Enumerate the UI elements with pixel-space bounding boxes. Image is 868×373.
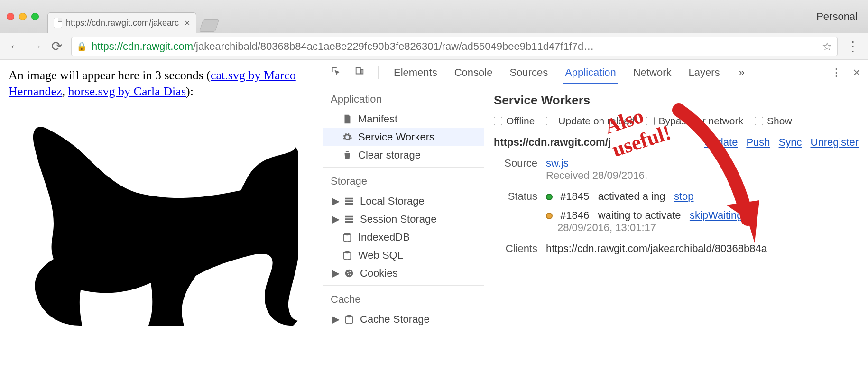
opt-label: Bypass for network: [658, 115, 743, 127]
clients-url: https://cdn.rawgit.com/jakearchibald/803…: [546, 242, 859, 255]
status-row-waiting: #1846 waiting to activate skipWaiting 28…: [546, 209, 859, 234]
opt-label: Offline: [506, 115, 535, 127]
sidebar-item-manifest[interactable]: Manifest: [323, 110, 484, 128]
sidebar-item-label: Clear storage: [358, 149, 421, 161]
checkbox-show[interactable]: [755, 117, 763, 125]
gear-icon: [342, 132, 352, 142]
db-icon: [342, 250, 352, 261]
status-text: activated a ing: [598, 190, 665, 202]
db-icon: [342, 232, 352, 242]
opt-update-on-reload[interactable]: Update on reload: [546, 115, 635, 127]
checkbox-bypass[interactable]: [646, 117, 655, 125]
bookmark-star-icon[interactable]: ☆: [822, 40, 832, 53]
tab-network[interactable]: Network: [631, 61, 674, 84]
sidebar-item-local-storage[interactable]: ▶ Local Storage: [323, 192, 484, 210]
profile-label[interactable]: Personal: [816, 10, 858, 23]
minimize-window-button[interactable]: [19, 13, 27, 20]
device-toggle-icon[interactable]: [354, 66, 365, 79]
db-icon: [344, 314, 354, 325]
svg-point-0: [344, 233, 351, 236]
new-tab-button[interactable]: [199, 19, 219, 32]
status-text: waiting to activate: [598, 209, 681, 221]
forward-button[interactable]: →: [29, 39, 42, 54]
reload-button[interactable]: ⟳: [50, 38, 63, 54]
url-host: ://cdn.rawgit.com: [114, 40, 193, 52]
traffic-lights: [7, 13, 39, 20]
tab-elements[interactable]: Elements: [392, 61, 439, 84]
sidebar-item-web-sql[interactable]: Web SQL: [323, 246, 484, 264]
chevron-right-icon: ▶: [332, 195, 338, 207]
sidebar-item-indexeddb[interactable]: IndexedDB: [323, 228, 484, 246]
label-clients: Clients: [494, 242, 546, 255]
devtools-menu-icon[interactable]: ⋮: [831, 66, 841, 79]
link-unregister[interactable]: Unregister: [811, 136, 859, 149]
tab-overflow-icon[interactable]: »: [737, 61, 747, 84]
devtools-close-icon[interactable]: ×: [853, 65, 860, 80]
chevron-right-icon: ▶: [332, 313, 338, 326]
url-input[interactable]: 🔒 https://cdn.rawgit.com/jakearchibald/8…: [71, 37, 838, 56]
link-push[interactable]: Push: [746, 136, 770, 149]
svg-point-5: [350, 274, 351, 275]
svg-point-4: [350, 271, 351, 272]
tab-application[interactable]: Application: [563, 61, 618, 84]
page-text: An image will appear here in 3 seconds (…: [9, 67, 314, 100]
svg-point-3: [347, 272, 348, 273]
tab-close-icon[interactable]: ×: [185, 18, 190, 28]
devtools-panel: Elements Console Sources Application Net…: [323, 60, 868, 373]
tab-layers[interactable]: Layers: [686, 61, 721, 84]
sidebar-group-cache: Cache: [323, 286, 484, 310]
link-stop[interactable]: stop: [674, 190, 694, 202]
browser-menu-icon[interactable]: ⋮: [846, 38, 859, 54]
link-horse-svg[interactable]: horse.svg by Carla Dias: [68, 84, 186, 98]
svg-point-7: [346, 315, 353, 318]
sw-options: Offline Update on reload Bypass for netw…: [494, 115, 859, 127]
sidebar-item-label: Web SQL: [358, 249, 403, 261]
browser-tab[interactable]: https://cdn.rawgit.com/jakearc ×: [47, 12, 196, 33]
tab-console[interactable]: Console: [452, 61, 495, 84]
link-update[interactable]: Update: [704, 136, 738, 149]
sidebar-item-label: IndexedDB: [358, 231, 410, 243]
sw-action-links: Update Push Sync Unregister: [704, 136, 859, 149]
label-source: Source: [494, 157, 546, 182]
sidebar-item-label: Manifest: [358, 113, 397, 125]
status-row-active: #1845 activated a ing stop: [546, 190, 859, 203]
status-timestamp: 28/09/2016, 13:01:17: [557, 222, 859, 234]
grid-icon: [344, 214, 354, 224]
opt-show-all[interactable]: Show: [755, 115, 792, 127]
address-bar: ← → ⟳ 🔒 https://cdn.rawgit.com/jakearchi…: [0, 33, 868, 60]
sidebar-item-service-workers[interactable]: Service Workers: [323, 128, 484, 146]
page-text-suffix: ):: [186, 84, 194, 98]
sidebar-group-storage: Storage: [323, 168, 484, 192]
back-button[interactable]: ←: [9, 39, 21, 54]
link-sync[interactable]: Sync: [779, 136, 802, 149]
opt-label: Update on reload: [558, 115, 635, 127]
sidebar-item-session-storage[interactable]: ▶ Session Storage: [323, 210, 484, 228]
close-window-button[interactable]: [7, 13, 14, 20]
sidebar-item-cache-storage[interactable]: ▶ Cache Storage: [323, 310, 484, 328]
lock-icon: 🔒: [76, 41, 87, 52]
cookie-icon: [344, 268, 354, 279]
fullscreen-window-button[interactable]: [31, 13, 39, 20]
opt-offline[interactable]: Offline: [494, 115, 535, 127]
status-dot-waiting-icon: [546, 213, 553, 219]
svg-point-1: [344, 251, 351, 254]
checkbox-offline[interactable]: [494, 117, 502, 125]
status-id: #1845: [560, 190, 589, 202]
devtools-tabbar: Elements Console Sources Application Net…: [323, 60, 868, 85]
link-source-file[interactable]: sw.js: [546, 157, 569, 169]
sw-scope-url: https://cdn.rawgit.com/j: [494, 136, 611, 149]
cat-image: [9, 103, 314, 339]
sidebar-group-application: Application: [323, 85, 484, 110]
tab-sources[interactable]: Sources: [508, 61, 550, 84]
url-scheme: https: [92, 40, 114, 52]
sidebar-item-cookies[interactable]: ▶ Cookies: [323, 264, 484, 282]
sidebar-item-label: Service Workers: [358, 131, 434, 143]
checkbox-update[interactable]: [546, 117, 554, 125]
link-skipwaiting[interactable]: skipWaiting: [690, 209, 743, 221]
grid-icon: [344, 196, 354, 206]
opt-bypass-network[interactable]: Bypass for network: [646, 115, 743, 127]
page-text-sep: ,: [62, 84, 68, 98]
sidebar-item-clear-storage[interactable]: Clear storage: [323, 146, 484, 164]
inspect-icon[interactable]: [331, 66, 341, 79]
file-icon: [342, 114, 352, 124]
